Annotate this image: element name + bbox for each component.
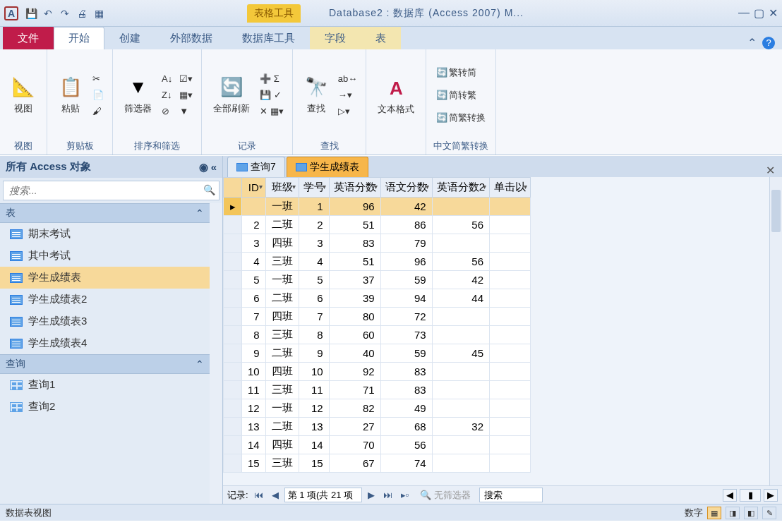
cell[interactable] — [490, 289, 531, 308]
cell[interactable] — [490, 234, 531, 253]
cell[interactable]: 51 — [329, 216, 380, 234]
new-record-nav-button[interactable]: ▸▫ — [398, 490, 412, 500]
tab-home[interactable]: 开始 — [54, 27, 104, 49]
cell[interactable]: 83 — [380, 381, 432, 399]
cell[interactable]: 82 — [329, 399, 380, 418]
column-header[interactable]: 单击以▾ — [490, 178, 531, 198]
cell[interactable]: 7 — [299, 308, 329, 326]
cell[interactable] — [432, 198, 489, 216]
new-record-button[interactable]: ➕ Σ — [258, 72, 285, 85]
maximize-button[interactable]: ▢ — [754, 6, 764, 20]
cell[interactable]: 一班 — [265, 198, 299, 216]
view-button[interactable]: 📐 视图 — [7, 73, 40, 118]
table-row[interactable]: 9二班9405945 — [224, 344, 531, 363]
cell[interactable] — [490, 216, 531, 234]
nav-query-item[interactable]: 查询2 — [0, 396, 210, 418]
dropdown-icon[interactable]: ▾ — [323, 183, 326, 191]
row-selector[interactable]: ▸ — [224, 198, 242, 216]
cell[interactable]: 71 — [329, 381, 380, 399]
cell[interactable] — [490, 454, 531, 473]
vertical-scrollbar[interactable] — [769, 177, 782, 485]
cell[interactable]: 8 — [242, 326, 266, 344]
cell[interactable]: 8 — [299, 326, 329, 344]
print-icon[interactable]: 🖨 — [75, 6, 89, 20]
select-button[interactable]: ▷▾ — [337, 104, 359, 118]
tab-create[interactable]: 创建 — [104, 27, 155, 49]
format-painter-button[interactable]: 🖌 — [91, 104, 105, 118]
cell[interactable]: 5 — [299, 271, 329, 289]
cell[interactable]: 42 — [380, 198, 432, 216]
cell[interactable]: 6 — [299, 289, 329, 308]
table-row[interactable]: 14四班147056 — [224, 436, 531, 454]
nav-dropdown-icon[interactable]: ◉ — [199, 161, 208, 174]
table-row[interactable]: 12一班128249 — [224, 399, 531, 418]
cell[interactable]: 59 — [380, 271, 432, 289]
minimize-button[interactable]: — — [738, 6, 750, 20]
replace-button[interactable]: ab↔ — [337, 72, 359, 85]
table-row[interactable]: 3四班38379 — [224, 234, 531, 253]
cell[interactable]: 60 — [329, 326, 380, 344]
cell[interactable]: 三班 — [265, 326, 299, 344]
cell[interactable]: 49 — [380, 399, 432, 418]
prev-record-button[interactable]: ◀ — [269, 490, 282, 500]
sort-desc-button[interactable]: Z↓ — [160, 88, 174, 102]
cell[interactable]: 51 — [329, 253, 380, 271]
column-header[interactable]: ID▾ — [242, 178, 266, 198]
row-selector[interactable] — [224, 454, 242, 473]
chart-view-button[interactable]: ◧ — [744, 507, 758, 519]
cell[interactable]: 二班 — [265, 418, 299, 436]
row-selector[interactable] — [224, 289, 242, 308]
cell[interactable]: 9 — [299, 344, 329, 363]
hscroll-left[interactable]: ◀ — [723, 489, 737, 502]
paste-button[interactable]: 📋 粘贴 — [54, 73, 87, 118]
cell[interactable]: 4 — [299, 253, 329, 271]
nav-header[interactable]: 所有 Access 对象 ◉ « — [0, 156, 222, 178]
cell[interactable] — [432, 308, 489, 326]
cell[interactable]: 94 — [380, 289, 432, 308]
selection-button[interactable]: ☑▾ — [178, 72, 194, 85]
cell[interactable]: 27 — [329, 418, 380, 436]
tab-dbtools[interactable]: 数据库工具 — [227, 27, 310, 49]
sort-asc-button[interactable]: A↓ — [160, 72, 174, 85]
cell[interactable]: 56 — [432, 216, 489, 234]
cell[interactable]: 三班 — [265, 253, 299, 271]
cell[interactable] — [490, 381, 531, 399]
cell[interactable]: 15 — [242, 454, 266, 473]
cell[interactable]: 56 — [432, 253, 489, 271]
cell[interactable]: 96 — [329, 198, 380, 216]
cell[interactable] — [490, 363, 531, 381]
cell[interactable] — [490, 326, 531, 344]
cell[interactable]: 12 — [242, 399, 266, 418]
filter-button[interactable]: ▼ 筛选器 — [120, 73, 156, 118]
row-selector[interactable] — [224, 271, 242, 289]
clear-sort-button[interactable]: ⊘ — [160, 104, 174, 118]
doctab-query7[interactable]: 查询7 — [227, 157, 285, 177]
cell[interactable]: 四班 — [265, 234, 299, 253]
cell[interactable]: 6 — [242, 289, 266, 308]
nav-scrollbar[interactable] — [210, 203, 222, 504]
cell[interactable]: 15 — [299, 454, 329, 473]
row-selector[interactable] — [224, 418, 242, 436]
table-icon[interactable]: ▦ — [92, 6, 106, 20]
cell[interactable]: 45 — [432, 344, 489, 363]
cell[interactable] — [432, 326, 489, 344]
cell[interactable]: 86 — [380, 216, 432, 234]
cell[interactable]: 72 — [380, 308, 432, 326]
close-button[interactable]: ✕ — [769, 6, 778, 20]
nav-table-item[interactable]: 学生成绩表4 — [0, 332, 210, 354]
cell[interactable]: 四班 — [265, 308, 299, 326]
column-header[interactable]: 英语分数2▾ — [432, 178, 489, 198]
cell[interactable]: 10 — [242, 363, 266, 381]
cell[interactable]: 11 — [299, 381, 329, 399]
redo-icon[interactable]: ↷ — [58, 6, 72, 20]
cell[interactable]: 67 — [329, 454, 380, 473]
cell[interactable]: 68 — [380, 418, 432, 436]
text-format-button[interactable]: A 文本格式 — [373, 73, 419, 119]
dropdown-icon[interactable]: ▾ — [483, 183, 486, 191]
cell[interactable]: 92 — [329, 363, 380, 381]
hscroll-right[interactable]: ▶ — [764, 489, 778, 502]
column-header[interactable]: 班级▾ — [265, 178, 299, 198]
cell[interactable]: 74 — [380, 454, 432, 473]
table-row[interactable]: 8三班86073 — [224, 326, 531, 344]
data-grid[interactable]: ID▾班级▾学号▾英语分数▾语文分数▾英语分数2▾单击以▾ ▸一班196422二… — [223, 177, 531, 473]
